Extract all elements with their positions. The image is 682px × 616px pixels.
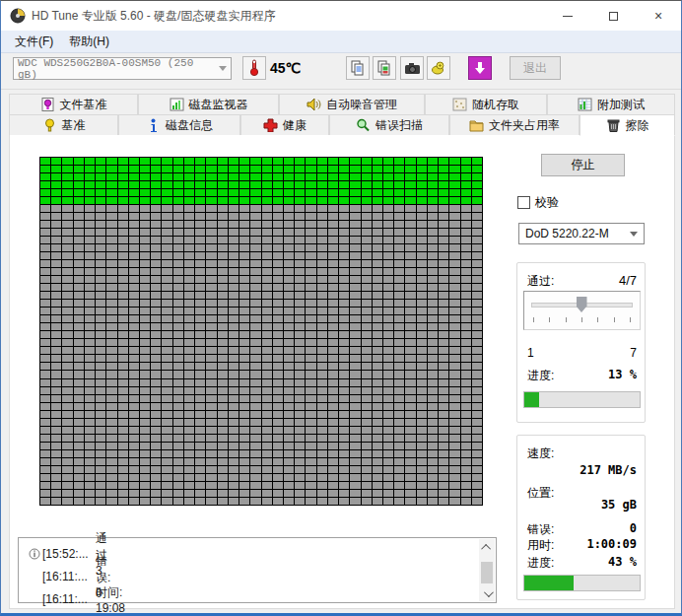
tab-health[interactable]: 健康 [240,114,329,136]
chevron-down-icon [630,232,638,237]
toolbar: WDC WDS250G2B0A-00SM50 (250 gB) 45℃ [1,53,681,90]
info-circle-icon [29,548,40,560]
pass-value: 4/7 [619,273,637,290]
log-message: 时间: 19:08 [96,584,125,615]
speed-value: 217 MB/s [580,463,637,477]
erase-method-value: DoD 5220.22-M [525,227,609,240]
pass-min: 1 [527,346,534,360]
verify-checkbox[interactable] [517,196,530,209]
stop-button[interactable]: 停止 [541,154,625,176]
magnifier-icon [356,118,371,132]
tab-aam[interactable]: 自动噪音管理 [279,94,425,114]
pass-progress-value: 13 % [608,368,637,384]
pass-label: 通过: [527,273,554,290]
pass-slider[interactable] [523,291,641,330]
stats-groupbox: 速度: 217 MB/s 位置: 35 gB 错误: 0 用时: 1:00:09… [516,435,646,600]
scroll-down-button[interactable] [479,585,495,601]
time-value: 1:00:09 [586,537,637,551]
tab-random-access[interactable]: 随机存取 [425,94,547,114]
total-progress-bar [523,575,641,591]
pass-max: 7 [630,346,637,360]
erase-method-select[interactable]: DoD 5220.22-M [518,223,645,244]
tab-disk-info[interactable]: 磁盘信息 [118,114,240,136]
tab-extra-tests[interactable]: 附加测试 [547,94,675,114]
temperature-button[interactable] [242,56,266,80]
slider-ticks [533,317,631,322]
temperature-value: 45℃ [270,60,301,76]
tab-label: 文件夹占用率 [489,117,560,134]
screenshot-button[interactable] [400,56,424,80]
speed-label: 速度: [527,445,554,462]
tab-folder-usage[interactable]: 文件夹占用率 [449,114,580,136]
log-time: [16:11:... [42,592,88,606]
speaker-icon [307,98,321,111]
total-progress-label: 进度: [527,555,554,572]
pass-progress-label: 进度: [527,368,554,384]
folder-icon [469,118,484,132]
tab-benchmark[interactable]: 基准 [9,114,118,136]
close-icon: × [654,9,662,23]
tab-label: 随机存取 [472,97,519,113]
slider-thumb[interactable] [577,297,587,312]
trash-icon [606,118,621,132]
window-title: HD Tune 专业版 5.60 - 硬盘/固态硬盘实用程序 [32,8,545,25]
verify-checkbox-row[interactable]: 校验 [517,194,559,211]
pass-groupbox: 通过: 4/7 1 7 进度: 13 % [516,262,646,423]
tab-label: 错误扫描 [375,117,423,134]
aam-button[interactable] [427,56,450,80]
download-arrow-icon [473,61,487,75]
menu-bar: 文件(F) 帮助(H) [1,31,681,53]
errors-label: 错误: [527,521,554,538]
tab-label: 健康 [283,117,307,134]
tab-label: 附加测试 [597,97,645,113]
copy-text-icon [350,60,366,76]
close-button[interactable]: × [636,1,681,31]
copy-image-icon [376,60,392,76]
disk-monitor-icon [170,98,184,111]
scrollbar-thumb[interactable] [481,562,493,583]
maximize-button[interactable] [590,1,636,31]
log-time: [16:11:... [42,570,88,583]
title-bar: HD Tune 专业版 5.60 - 硬盘/固态硬盘实用程序 × [1,1,681,31]
errors-value: 0 [630,521,637,535]
extra-tests-icon [578,98,592,111]
erase-page: 停止 校验 DoD 5220.22-M 通过: 4/7 1 [9,135,675,609]
exit-button[interactable]: 退出 [510,56,561,80]
tab-label: 磁盘信息 [166,117,213,134]
menu-help[interactable]: 帮助(H) [61,31,117,53]
menu-file[interactable]: 文件(F) [7,31,61,53]
drive-select-value: WDC WDS250G2B0A-00SM50 (250 gB) [18,57,219,81]
drive-select[interactable]: WDC WDS250G2B0A-00SM50 (250 gB) [13,57,232,80]
health-cross-icon [263,118,278,132]
thermometer-icon [247,59,261,77]
camera-icon [404,62,421,75]
erase-block-grid [39,157,483,506]
total-progress-value: 43 % [608,555,637,569]
position-label: 位置: [527,485,554,502]
log-scrollbar[interactable] [479,539,495,601]
tab-disk-monitor[interactable]: 磁盘监视器 [138,94,279,114]
tab-file-benchmark[interactable]: 文件基准 [9,94,138,114]
chevron-down-icon [219,66,227,71]
tab-label: 磁盘监视器 [189,97,248,113]
log-time: [15:52:... [42,547,89,561]
copy-text-button[interactable] [346,56,370,80]
total-progress-fill [524,576,574,590]
minimize-button[interactable] [545,1,590,31]
chevron-up-icon [481,543,491,553]
scroll-up-button[interactable] [479,539,495,555]
position-value: 35 gB [601,498,637,512]
download-button[interactable] [468,56,492,80]
time-label: 用时: [527,537,554,554]
copy-image-button[interactable] [373,56,396,80]
verify-label: 校验 [535,194,559,211]
tab-erase[interactable]: 擦除 [580,114,675,136]
info-icon [146,118,161,132]
pass-progress-fill [524,392,539,407]
tab-error-scan[interactable]: 错误扫描 [329,114,449,136]
chevron-down-icon [483,587,493,597]
tab-label: 基准 [62,117,86,134]
app-window: HD Tune 专业版 5.60 - 硬盘/固态硬盘实用程序 × 文件(F) 帮… [0,0,682,616]
log-box[interactable]: [15:52:... 通过 3 [16:11:... 错误: 0 [16:11:… [18,537,497,603]
tab-strip: 文件基准 磁盘监视器 自动噪音管理 [1,90,681,136]
